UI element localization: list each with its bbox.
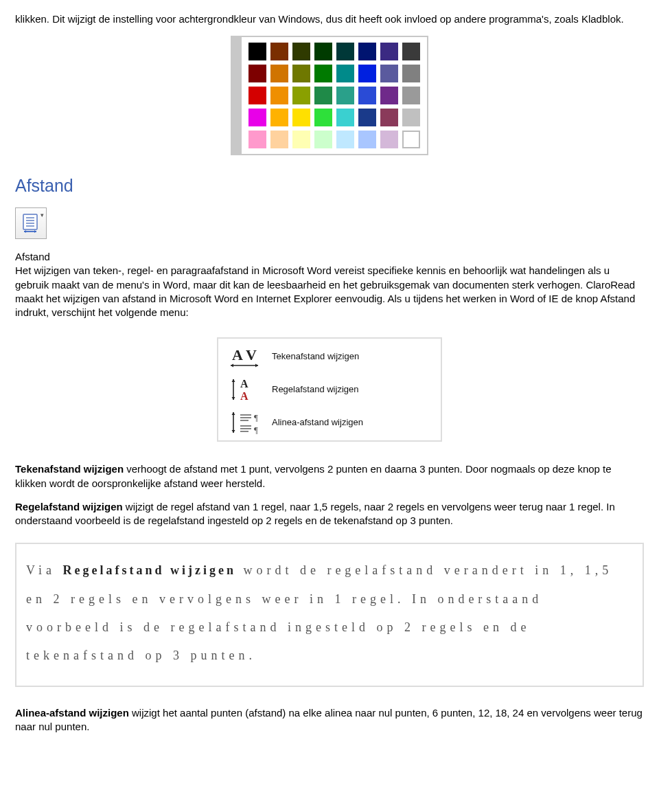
svg-marker-6 — [24, 230, 26, 233]
svg-marker-7 — [34, 230, 36, 233]
color-swatch[interactable] — [336, 87, 354, 104]
color-swatch[interactable] — [270, 65, 288, 82]
color-swatch[interactable] — [292, 43, 310, 60]
color-swatch[interactable] — [336, 109, 354, 126]
color-swatch[interactable] — [314, 131, 332, 148]
color-palette-container — [15, 36, 644, 155]
color-swatch[interactable] — [358, 65, 376, 82]
afstand-toolbar-button[interactable]: ▾ — [15, 207, 47, 239]
color-swatch[interactable] — [358, 43, 376, 60]
color-swatch[interactable] — [292, 131, 310, 148]
color-swatch[interactable] — [270, 131, 288, 148]
color-swatch[interactable] — [248, 65, 266, 82]
color-swatch[interactable] — [336, 43, 354, 60]
color-swatch[interactable] — [380, 65, 398, 82]
color-swatch[interactable] — [292, 65, 310, 82]
svg-text:A: A — [240, 390, 248, 402]
color-swatch[interactable] — [314, 43, 332, 60]
menu-label: Tekenafstand wijzigen — [272, 350, 359, 363]
color-swatch[interactable] — [358, 131, 376, 148]
afstand-paragraph: ▾ — [15, 209, 644, 240]
menu-label: Regelafstand wijzigen — [272, 383, 358, 396]
chevron-down-icon: ▾ — [41, 211, 44, 219]
svg-marker-20 — [232, 430, 235, 433]
afstand-button-label: Afstand — [15, 250, 644, 264]
example-spaced-text: Via Regelafstand wijzigen wordt de regel… — [15, 543, 644, 687]
color-swatch[interactable] — [358, 87, 376, 104]
svg-text:¶: ¶ — [254, 425, 258, 435]
example-container: Via Regelafstand wijzigen wordt de regel… — [15, 543, 644, 687]
color-swatch[interactable] — [402, 131, 420, 148]
example-bold: Regelafstand wijzigen — [62, 563, 235, 577]
color-swatch[interactable] — [402, 65, 420, 82]
color-swatch[interactable] — [336, 65, 354, 82]
intro-paragraph: klikken. Dit wijzigt de instelling voor … — [15, 12, 644, 26]
svg-text:¶: ¶ — [254, 412, 258, 422]
svg-text:A: A — [232, 346, 243, 363]
spacing-document-icon — [21, 214, 41, 233]
color-swatch[interactable] — [248, 87, 266, 104]
menu-item-regelafstand[interactable]: A A Regelafstand wijzigen — [220, 373, 439, 406]
bold-term: Regelafstand wijzigen — [15, 501, 123, 512]
svg-text:V: V — [246, 346, 257, 363]
color-swatch[interactable] — [248, 43, 266, 60]
example-post: wordt de regelafstand verandert in 1, 1,… — [26, 563, 612, 662]
color-swatch[interactable] — [380, 109, 398, 126]
color-swatch[interactable] — [402, 87, 420, 104]
color-palette[interactable] — [231, 36, 428, 155]
color-swatch[interactable] — [292, 109, 310, 126]
color-swatch[interactable] — [270, 87, 288, 104]
color-swatch[interactable] — [314, 109, 332, 126]
color-swatch[interactable] — [314, 87, 332, 104]
character-spacing-icon: A V — [224, 343, 265, 370]
svg-marker-11 — [231, 364, 233, 368]
alinea-afstand-paragraph: Alinea-afstand wijzigen wijzigt het aant… — [15, 706, 644, 734]
svg-text:A: A — [240, 378, 248, 390]
svg-rect-0 — [23, 214, 37, 229]
svg-marker-12 — [255, 364, 258, 368]
bold-term: Alinea-afstand wijzigen — [15, 707, 129, 719]
svg-marker-15 — [232, 397, 235, 400]
afstand-menu: A V Tekenafstand wijzigen A A Rege — [217, 337, 442, 442]
color-swatch[interactable] — [380, 131, 398, 148]
color-swatch[interactable] — [402, 109, 420, 126]
menu-label: Alinea-afstand wijzigen — [272, 416, 363, 429]
color-swatch[interactable] — [292, 87, 310, 104]
color-swatch[interactable] — [380, 43, 398, 60]
afstand-body-text: Het wijzigen van teken-, regel- en parag… — [15, 264, 635, 318]
example-pre: Via — [26, 563, 62, 577]
color-swatch[interactable] — [402, 43, 420, 60]
color-swatch[interactable] — [248, 131, 266, 148]
svg-marker-19 — [232, 412, 235, 415]
color-swatch[interactable] — [358, 109, 376, 126]
afstand-menu-container: A V Tekenafstand wijzigen A A Rege — [15, 337, 644, 442]
paragraph-spacing-icon: ¶ ¶ — [224, 409, 265, 436]
color-swatch[interactable] — [336, 131, 354, 148]
bold-term: Tekenafstand wijzigen — [15, 463, 124, 475]
color-swatch[interactable] — [248, 109, 266, 126]
tekenafstand-paragraph: Tekenafstand wijzigen verhoogt de afstan… — [15, 462, 644, 490]
svg-marker-14 — [232, 379, 235, 382]
color-swatch[interactable] — [314, 65, 332, 82]
color-swatch[interactable] — [270, 109, 288, 126]
line-spacing-icon: A A — [224, 376, 265, 403]
color-swatch[interactable] — [270, 43, 288, 60]
regelafstand-paragraph: Regelafstand wijzigen wijzigt de regel a… — [15, 500, 644, 528]
section-heading-afstand: Afstand — [15, 174, 644, 198]
color-swatch[interactable] — [380, 87, 398, 104]
menu-item-alinea-afstand[interactable]: ¶ ¶ Alinea-afstand wijzigen — [220, 406, 439, 439]
menu-item-tekenafstand[interactable]: A V Tekenafstand wijzigen — [220, 340, 439, 373]
